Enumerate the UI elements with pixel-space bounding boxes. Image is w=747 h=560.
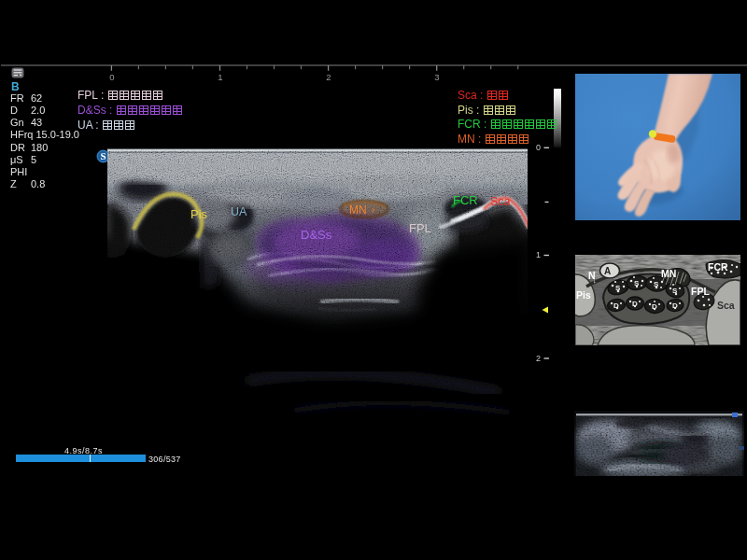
svg-text:MN: MN — [349, 203, 367, 217]
svg-text:0: 0 — [109, 72, 114, 82]
svg-text:3: 3 — [434, 72, 439, 82]
svg-text:D&Ss: D&Ss — [301, 228, 332, 242]
svg-text:D: D — [652, 302, 657, 311]
svg-text:D: D — [632, 300, 638, 308]
svg-text:MN: MN — [661, 268, 676, 279]
svg-text:1: 1 — [218, 72, 222, 82]
svg-text:S: S — [634, 279, 640, 287]
svg-text:S: S — [672, 287, 678, 295]
svg-text:↓: ↓ — [593, 277, 597, 284]
svg-text:FCR: FCR — [453, 193, 478, 207]
svg-text:FPL: FPL — [409, 221, 431, 235]
svg-text:UA: UA — [231, 205, 247, 218]
svg-text:A: A — [604, 266, 611, 276]
svg-text:S: S — [654, 280, 659, 288]
svg-text:Sca: Sca — [717, 300, 735, 311]
svg-text:FCR: FCR — [708, 261, 728, 273]
svg-text:D: D — [613, 301, 619, 310]
svg-text:S: S — [100, 150, 106, 161]
svg-text:FPL: FPL — [691, 286, 710, 297]
svg-text:Pis: Pis — [190, 207, 208, 221]
svg-text:D: D — [672, 301, 678, 310]
svg-text:›: › — [372, 204, 374, 215]
svg-text:2: 2 — [326, 72, 331, 82]
svg-text:S: S — [615, 284, 621, 292]
svg-text:Sca: Sca — [490, 195, 511, 208]
svg-text:Pis: Pis — [576, 289, 591, 301]
